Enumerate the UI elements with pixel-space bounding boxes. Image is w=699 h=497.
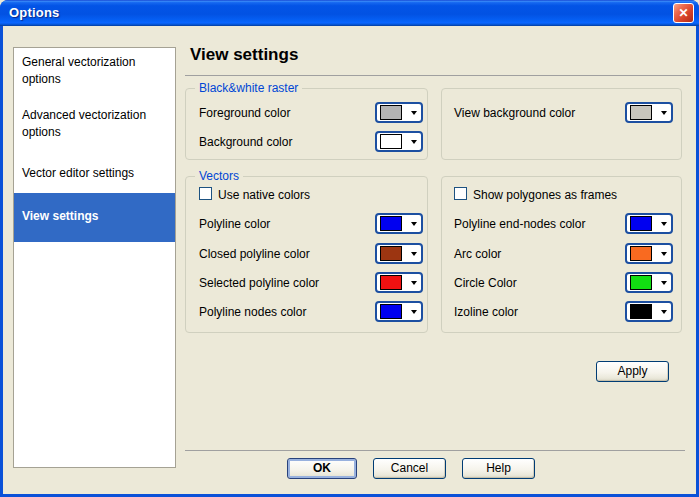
polyline-color-swatch — [380, 216, 402, 231]
selected-polyline-color-picker[interactable] — [375, 272, 423, 293]
chevron-down-icon — [411, 281, 417, 285]
close-icon: ✕ — [678, 6, 688, 20]
arc-color-label: Arc color — [454, 247, 501, 261]
show-polygones-as-frames-label: Show polygones as frames — [473, 188, 617, 202]
circle-color-picker[interactable] — [625, 272, 673, 293]
closed-polyline-color-swatch — [380, 246, 402, 261]
izoline-color-label: Izoline color — [454, 305, 518, 319]
sidebar-item-view-settings[interactable]: View settings — [14, 193, 175, 242]
selected-polyline-color-swatch — [380, 275, 402, 290]
chevron-down-icon — [661, 111, 667, 115]
polyline-nodes-color-picker[interactable] — [375, 301, 423, 322]
chevron-down-icon — [411, 222, 417, 226]
group-view-background: View background color — [441, 88, 682, 160]
help-button[interactable]: Help — [462, 458, 535, 479]
background-color-picker[interactable] — [375, 131, 423, 152]
apply-button[interactable]: Apply — [596, 361, 669, 382]
page-title: View settings — [190, 45, 298, 65]
ok-button[interactable]: OK — [287, 458, 357, 479]
background-color-label: Background color — [199, 135, 292, 149]
dialog-client-area: General vectorization options Advanced v… — [3, 26, 696, 494]
close-button[interactable]: ✕ — [673, 3, 694, 23]
options-dialog: Options ✕ General vectorization options … — [0, 0, 699, 497]
selected-polyline-color-label: Selected polyline color — [199, 276, 319, 290]
polyline-color-picker[interactable] — [375, 213, 423, 234]
view-background-color-label: View background color — [454, 106, 575, 120]
chevron-down-icon — [661, 310, 667, 314]
polyline-color-label: Polyline color — [199, 217, 270, 231]
title-bar[interactable]: Options ✕ — [0, 0, 699, 26]
background-color-swatch — [380, 134, 402, 149]
heading-separator — [185, 75, 691, 76]
chevron-down-icon — [661, 222, 667, 226]
chevron-down-icon — [411, 140, 417, 144]
arc-color-swatch — [630, 246, 652, 261]
foreground-color-label: Foreground color — [199, 106, 290, 120]
category-list: General vectorization options Advanced v… — [13, 47, 176, 468]
group-bw-raster-title: Black&white raster — [195, 81, 302, 95]
arc-color-picker[interactable] — [625, 243, 673, 264]
polyline-nodes-color-swatch — [380, 304, 402, 319]
sidebar-item-vector-editor[interactable]: Vector editor settings — [14, 152, 175, 193]
window-title: Options — [9, 5, 60, 20]
foreground-color-picker[interactable] — [375, 102, 423, 123]
use-native-colors-label: Use native colors — [218, 188, 310, 202]
chevron-down-icon — [411, 310, 417, 314]
group-vectors-title: Vectors — [195, 169, 243, 183]
circle-color-swatch — [630, 275, 652, 290]
closed-polyline-color-picker[interactable] — [375, 243, 423, 264]
show-polygones-as-frames-checkbox[interactable] — [454, 187, 467, 200]
chevron-down-icon — [661, 252, 667, 256]
group-vectors-left: Vectors Use native colors Polyline color… — [185, 176, 428, 333]
circle-color-label: Circle Color — [454, 276, 517, 290]
closed-polyline-color-label: Closed polyline color — [199, 247, 310, 261]
chevron-down-icon — [411, 252, 417, 256]
group-vectors-right: Show polygones as frames Polyline end-no… — [441, 176, 682, 333]
chevron-down-icon — [411, 111, 417, 115]
view-background-color-picker[interactable] — [625, 102, 673, 123]
cancel-button[interactable]: Cancel — [373, 458, 446, 479]
footer-separator — [185, 450, 685, 451]
use-native-colors-checkbox[interactable] — [199, 187, 212, 200]
izoline-color-picker[interactable] — [625, 301, 673, 322]
group-bw-raster: Black&white raster Foreground color Back… — [185, 88, 428, 160]
chevron-down-icon — [661, 281, 667, 285]
sidebar-item-general-vectorization[interactable]: General vectorization options — [14, 48, 175, 100]
sidebar-item-advanced-vectorization[interactable]: Advanced vectorization options — [14, 100, 175, 152]
izoline-color-swatch — [630, 304, 652, 319]
foreground-color-swatch — [380, 105, 402, 120]
polyline-nodes-color-label: Polyline nodes color — [199, 305, 306, 319]
polyline-end-nodes-color-swatch — [630, 216, 652, 231]
view-background-color-swatch — [630, 105, 652, 120]
polyline-end-nodes-color-picker[interactable] — [625, 213, 673, 234]
polyline-end-nodes-color-label: Polyline end-nodes color — [454, 217, 585, 231]
